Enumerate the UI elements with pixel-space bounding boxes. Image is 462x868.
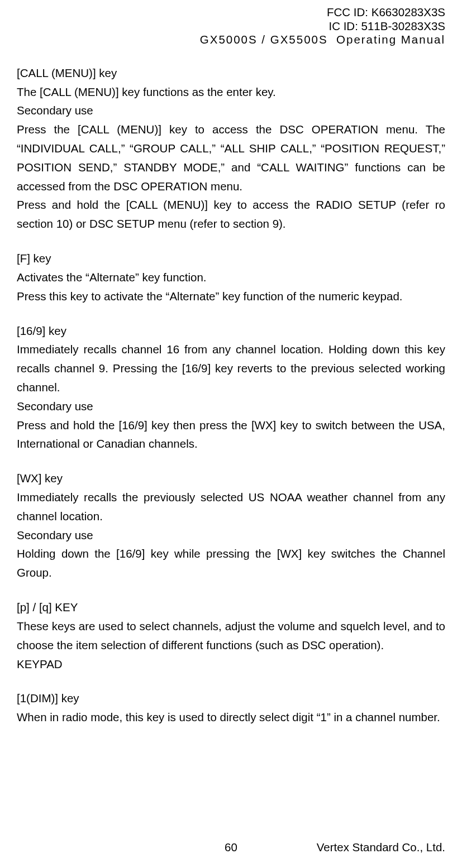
pq-title: [p] / [q] KEY (17, 598, 445, 617)
dim-line1: When in radio mode, this key is used to … (17, 708, 445, 727)
section-f-key: [F] key Activates the “Alternate” key fu… (17, 249, 445, 305)
page-header: FCC ID: K6630283X3S IC ID: 511B-30283X3S… (17, 6, 445, 47)
page: FCC ID: K6630283X3S IC ID: 511B-30283X3S… (0, 0, 462, 868)
f-key-line1: Activates the “Alternate” key function. (17, 268, 445, 287)
call-menu-para1: Press the [CALL (MENU)] key to access th… (17, 120, 445, 195)
wx-para1: Immediately recalls the previously selec… (17, 488, 445, 526)
secondary-use-label: Secondary use (17, 397, 445, 416)
k169-para1: Immediately recalls channel 16 from any … (17, 340, 445, 396)
section-wx-key: [WX] key Immediately recalls the previou… (17, 469, 445, 582)
model-title: GX5000S / GX5500S Operating Manual (17, 33, 445, 47)
section-dim-key: [1(DIM)] key When in radio mode, this ke… (17, 689, 445, 727)
f-key-line2: Press this key to activate the “Alternat… (17, 287, 445, 306)
fcc-id: FCC ID: K6630283X3S (17, 6, 445, 20)
secondary-use-label: Secondary use (17, 101, 445, 120)
page-number: 60 (225, 838, 237, 857)
secondary-use-label: Secondary use (17, 526, 445, 545)
ic-id: IC ID: 511B-30283X3S (17, 20, 445, 33)
footer-company: Vertex Standard Co., Ltd. (317, 838, 445, 857)
k169-para2: Press and hold the [16/9] key then press… (17, 416, 445, 454)
k169-title: [16/9] key (17, 322, 445, 341)
section-169-key: [16/9] key Immediately recalls channel 1… (17, 322, 445, 454)
call-menu-title: [CALL (MENU)] key (17, 64, 445, 83)
wx-title: [WX] key (17, 469, 445, 488)
page-footer: 60 Vertex Standard Co., Ltd. (17, 838, 445, 857)
wx-para2: Holding down the [16/9] key while pressi… (17, 544, 445, 582)
call-menu-line1: The [CALL (MENU)] key functions as the e… (17, 83, 445, 102)
section-pq-key: [p] / [q] KEY These keys are used to sel… (17, 598, 445, 673)
call-menu-para2: Press and hold the [CALL (MENU)] key to … (17, 195, 445, 233)
f-key-title: [F] key (17, 249, 445, 268)
keypad-label: KEYPAD (17, 655, 445, 674)
dim-title: [1(DIM)] key (17, 689, 445, 708)
pq-para1: These keys are used to select channels, … (17, 617, 445, 655)
section-call-menu: [CALL (MENU)] key The [CALL (MENU)] key … (17, 64, 445, 233)
